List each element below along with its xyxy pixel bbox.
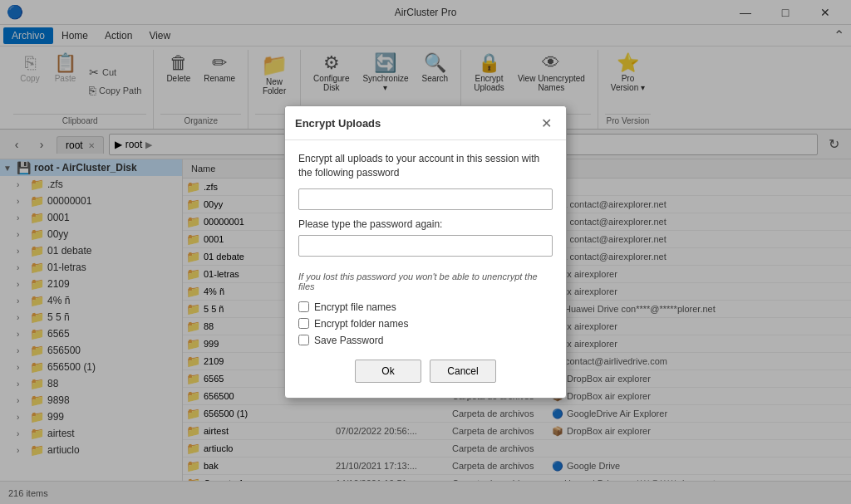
modal-description: Encrypt all uploads to your account in t… bbox=[298, 152, 553, 180]
encrypt-file-names-label[interactable]: Encrypt file names bbox=[314, 301, 396, 313]
ok-button[interactable]: Ok bbox=[355, 360, 421, 383]
modal-title-bar: Encrypt Uploads ✕ bbox=[285, 106, 566, 140]
modal-close-button[interactable]: ✕ bbox=[536, 113, 556, 133]
encrypt-folder-names-label[interactable]: Encrypt folder names bbox=[314, 318, 408, 330]
modal-body: Encrypt all uploads to your account in t… bbox=[285, 140, 566, 398]
password-input[interactable] bbox=[298, 188, 553, 210]
modal-title: Encrypt Uploads bbox=[295, 117, 381, 130]
save-password-label[interactable]: Save Password bbox=[314, 335, 383, 346]
confirm-label: Please type the password again: bbox=[298, 218, 553, 230]
cancel-button[interactable]: Cancel bbox=[430, 360, 496, 383]
encrypt-file-names-row: Encrypt file names bbox=[298, 301, 553, 313]
modal-buttons: Ok Cancel bbox=[298, 351, 553, 386]
confirm-password-input[interactable] bbox=[298, 235, 553, 257]
encrypt-file-names-checkbox[interactable] bbox=[298, 301, 309, 312]
save-password-checkbox[interactable] bbox=[298, 335, 309, 345]
encrypt-uploads-dialog: Encrypt Uploads ✕ Encrypt all uploads to… bbox=[284, 105, 567, 399]
save-password-row: Save Password bbox=[298, 335, 553, 346]
modal-warning: If you lost this password you won't be a… bbox=[298, 272, 553, 291]
encrypt-folder-names-row: Encrypt folder names bbox=[298, 318, 553, 330]
encrypt-folder-names-checkbox[interactable] bbox=[298, 318, 309, 329]
modal-overlay: Encrypt Uploads ✕ Encrypt all uploads to… bbox=[0, 0, 851, 504]
